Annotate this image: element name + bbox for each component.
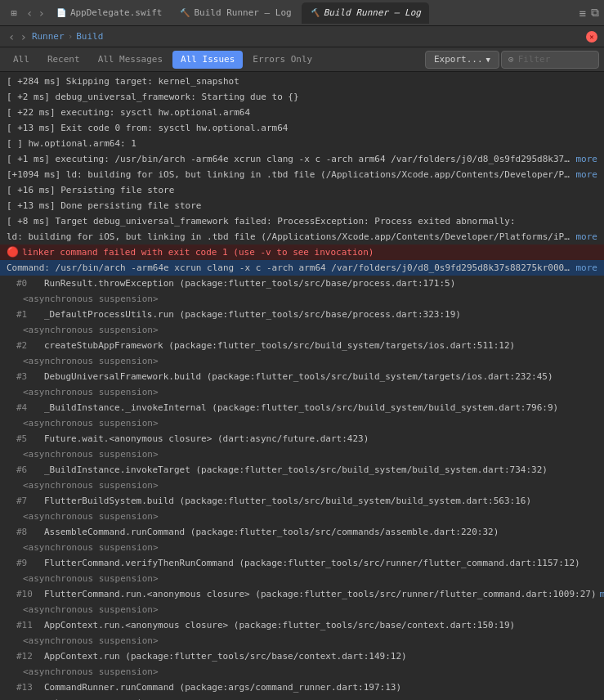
async-suspension-text: <asynchronous suspension> <box>23 292 159 306</box>
log-line[interactable]: <asynchronous suspension> <box>0 415 604 431</box>
log-line[interactable]: <asynchronous suspension> <box>0 695 604 700</box>
log-line[interactable]: <asynchronous suspension> <box>0 571 604 586</box>
filter-tab-errors-only[interactable]: Errors Only <box>244 51 320 69</box>
more-link[interactable]: more <box>576 152 598 166</box>
grid-icon[interactable]: ⊞ <box>5 4 23 22</box>
stack-number: #13 <box>16 680 41 694</box>
log-line[interactable]: <asynchronous suspension> <box>0 478 604 493</box>
tab-buildrunner-log1[interactable]: 🔨 Build Runner – Log <box>172 2 299 24</box>
log-line[interactable]: <asynchronous suspension> <box>0 509 604 524</box>
async-suspension-text: <asynchronous suspension> <box>23 541 159 554</box>
log-line[interactable]: <asynchronous suspension> <box>0 353 604 369</box>
more-link[interactable]: more <box>600 587 604 601</box>
log-line[interactable]: ld: building for iOS, but linking in .tb… <box>0 229 604 245</box>
log-line[interactable]: <asynchronous suspension> <box>0 664 604 680</box>
stack-func: Future.wait.<anonymous closure> (dart:as… <box>44 432 369 446</box>
log-line[interactable]: <asynchronous suspension> <box>0 633 604 648</box>
stack-number: #2 <box>16 339 41 352</box>
stack-func: FlutterBuildSystem.build (package:flutte… <box>44 494 531 508</box>
stack-number: #6 <box>16 463 41 477</box>
filter-tab-all-messages[interactable]: All Messages <box>90 51 171 69</box>
log-line[interactable]: Command: /usr/bin/arch -arm64e xcrun cla… <box>0 260 604 276</box>
async-suspension-text: <asynchronous suspension> <box>23 634 159 648</box>
stack-number: #7 <box>16 494 41 508</box>
more-link[interactable]: more <box>576 168 598 182</box>
log-line[interactable]: <asynchronous suspension> <box>0 602 604 617</box>
log-line[interactable]: <asynchronous suspension> <box>0 291 604 307</box>
log-text: [ +22 ms] executing: sysctl hw.optional.… <box>7 105 597 119</box>
log-line[interactable]: <asynchronous suspension> <box>0 322 604 338</box>
error-icon: 🔴 <box>7 245 19 259</box>
log-line[interactable]: [ +13 ms] Done persisting file store <box>0 198 604 213</box>
log-line[interactable]: #8AssembleCommand.runCommand (package:fl… <box>0 524 604 540</box>
stack-func: DebugUniversalFramework.build (package:f… <box>44 370 553 384</box>
log-line[interactable]: <asynchronous suspension> <box>0 540 604 555</box>
stack-func: _BuildInstance._invokeInternal (package:… <box>44 401 558 415</box>
filter-tab-recent[interactable]: Recent <box>39 51 88 69</box>
log-line[interactable]: #4_BuildInstance._invokeInternal (packag… <box>0 400 604 415</box>
log-line[interactable]: #12AppContext.run (package:flutter_tools… <box>0 648 604 664</box>
tab-next-button[interactable]: › <box>36 7 46 20</box>
log-line[interactable]: [ +16 ms] Persisting file store <box>0 182 604 198</box>
breadcrumb-forward-button[interactable]: › <box>18 30 28 43</box>
filter-tab-all[interactable]: All <box>5 51 38 69</box>
stack-number: #5 <box>16 432 41 446</box>
breadcrumb-build[interactable]: Build <box>76 31 103 42</box>
log-content[interactable]: [ +284 ms] Skipping target: kernel_snaps… <box>0 72 604 700</box>
filter-tab-all-issues[interactable]: All Issues <box>172 51 243 69</box>
stack-func: RunResult.throwException (package:flutte… <box>44 276 455 290</box>
log-text: ld: building for iOS, but linking in .tb… <box>7 230 573 244</box>
stack-number: #8 <box>16 525 41 539</box>
breadcrumb-sep: › <box>68 31 74 42</box>
tab-appdelegate[interactable]: 📄 AppDelegate.swift <box>48 2 171 24</box>
split-icon[interactable]: ⧉ <box>591 6 599 20</box>
filter-field[interactable]: ⊙ Filter <box>501 51 599 69</box>
log-text: [ +1 ms] executing: /usr/bin/arch -arm64… <box>7 152 573 166</box>
chevron-down-icon: ▼ <box>486 56 490 64</box>
stack-func: AssembleCommand.runCommand (package:flut… <box>44 525 499 539</box>
log-line[interactable]: 🔴linker command failed with exit code 1 … <box>0 245 604 260</box>
async-suspension-text: <asynchronous suspension> <box>23 603 159 617</box>
log-line[interactable]: [ ] hw.optional.arm64: 1 <box>0 136 604 151</box>
log-line[interactable]: [ +1 ms] executing: /usr/bin/arch -arm64… <box>0 151 604 167</box>
log-line[interactable]: [ +2 ms] debug_universal_framework: Star… <box>0 89 604 105</box>
log-line[interactable]: #3DebugUniversalFramework.build (package… <box>0 369 604 384</box>
log-text: [+1094 ms] ld: building for iOS, but lin… <box>7 168 573 182</box>
log-line[interactable]: [ +8 ms] Target debug_universal_framewor… <box>0 213 604 229</box>
export-button[interactable]: Export... ▼ <box>425 51 499 69</box>
menu-icon[interactable]: ≡ <box>579 7 586 20</box>
breadcrumb-runner[interactable]: Runner <box>32 31 65 42</box>
close-button[interactable]: ✕ <box>586 31 597 43</box>
breadcrumb-bar: ‹ › Runner › Build ✕ <box>0 26 604 47</box>
log-line[interactable]: [+1094 ms] ld: building for iOS, but lin… <box>0 167 604 182</box>
stack-number: #12 <box>16 649 41 663</box>
log-line[interactable]: #6_BuildInstance.invokeTarget (package:f… <box>0 462 604 478</box>
log-text: [ +8 ms] Target debug_universal_framewor… <box>7 214 597 228</box>
log-line[interactable]: #1_DefaultProcessUtils.run (package:flut… <box>0 307 604 322</box>
log-line[interactable]: #10FlutterCommand.run.<anonymous closure… <box>0 586 604 602</box>
log-line[interactable]: <asynchronous suspension> <box>0 384 604 400</box>
tab-buildrunner-log2[interactable]: 🔨 Build Runner – Log <box>302 2 429 24</box>
async-suspension-text: <asynchronous suspension> <box>23 354 159 368</box>
log-line[interactable]: #0RunResult.throwException (package:flut… <box>0 276 604 291</box>
stack-func: FlutterCommand.run.<anonymous closure> (… <box>44 587 597 601</box>
log-line[interactable]: [ +22 ms] executing: sysctl hw.optional.… <box>0 105 604 120</box>
log-line[interactable]: <asynchronous suspension> <box>0 446 604 462</box>
stack-func: AppContext.run (package:flutter_tools/sr… <box>44 649 407 663</box>
log-line[interactable]: #5Future.wait.<anonymous closure> (dart:… <box>0 431 604 446</box>
tab-bar: ⊞ ‹ › 📄 AppDelegate.swift 🔨 Build Runner… <box>0 0 604 26</box>
log-line[interactable]: #11AppContext.run.<anonymous closure> (p… <box>0 617 604 633</box>
more-link[interactable]: more <box>576 230 598 244</box>
log-line[interactable]: #13CommandRunner.runCommand (package:arg… <box>0 680 604 695</box>
stack-number: #3 <box>16 370 41 384</box>
log-line[interactable]: [ +13 ms] Exit code 0 from: sysctl hw.op… <box>0 120 604 136</box>
more-link[interactable]: more <box>576 261 598 275</box>
log-line[interactable]: [ +284 ms] Skipping target: kernel_snaps… <box>0 74 604 89</box>
filter-bar: All Recent All Messages All Issues Error… <box>0 47 604 72</box>
log-line[interactable]: #7FlutterBuildSystem.build (package:flut… <box>0 493 604 509</box>
breadcrumb-back-button[interactable]: ‹ <box>7 30 16 43</box>
log-line[interactable]: #2createStubAppFramework (package:flutte… <box>0 338 604 353</box>
log-line[interactable]: #9FlutterCommand.verifyThenRunCommand (p… <box>0 555 604 571</box>
tab-prev-button[interactable]: ‹ <box>25 7 34 20</box>
async-suspension-text: <asynchronous suspension> <box>23 696 159 700</box>
